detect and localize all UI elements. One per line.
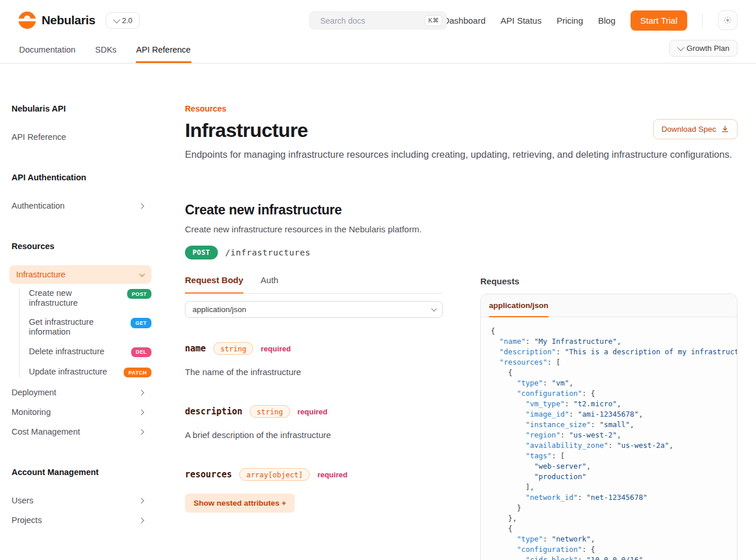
tab-api-reference[interactable]: API Reference	[136, 45, 191, 63]
request-tabs: Request Body Auth	[185, 275, 443, 294]
sidebar-heading: Nebularis API	[9, 104, 151, 113]
code-tab-application-json[interactable]: application/json	[489, 301, 549, 317]
sidebar-item-label: API Reference	[12, 132, 66, 142]
field-description-attr: description string required A brief desc…	[185, 405, 443, 440]
tab-sdks[interactable]: SDKs	[95, 45, 117, 63]
sidebar-item-label: Projects	[12, 516, 42, 525]
sidebar-section-account-management: Account Management Users Projects	[9, 468, 151, 529]
download-spec-label: Download Spec	[661, 125, 716, 133]
sidebar-item-label: Update infrastructure	[29, 367, 107, 377]
chevron-down-icon	[139, 271, 145, 277]
endpoint-path: /infrastructures	[225, 248, 311, 257]
request-example-panel: application/json { "name": "My Infrastru…	[480, 294, 738, 560]
method-badge-get: GET	[131, 318, 151, 328]
sidebar-item-monitoring[interactable]: Monitoring	[9, 403, 151, 421]
sidebar-item-label: Deployment	[12, 388, 56, 397]
sidebar-section-nebularis-api: Nebularis API API Reference	[9, 104, 151, 146]
chevron-down-icon	[431, 306, 437, 311]
field-name-label: description	[185, 406, 242, 417]
sidebar-heading: API Authentication	[9, 173, 151, 182]
sidebar-item-infrastructure[interactable]: Infrastructure	[9, 265, 151, 284]
page-title: Infrastructure	[185, 119, 308, 142]
field-type-badge: string	[213, 342, 253, 355]
chevron-right-icon	[139, 517, 144, 523]
sidebar: Nebularis API API Reference API Authenti…	[9, 104, 151, 556]
sidebar-item-label: Cost Management	[12, 427, 80, 436]
sidebar-item-deployment[interactable]: Deployment	[9, 383, 151, 402]
field-description: A brief description of the infrastructur…	[185, 430, 443, 440]
theme-toggle-button[interactable]	[718, 10, 738, 30]
sidebar-item-label: Monitoring	[12, 407, 51, 417]
chevron-down-icon	[677, 44, 684, 51]
sidebar-item-create-new-infrastructure[interactable]: Create new infrastructure POST	[29, 288, 151, 307]
endpoint-section: Create new infrastructure Create new inf…	[185, 202, 738, 560]
field-name-label: resources	[185, 469, 232, 480]
tab-documentation[interactable]: Documentation	[18, 45, 76, 63]
field-required-flag: required	[298, 407, 328, 416]
sidebar-heading: Account Management	[9, 468, 151, 477]
nebularis-logo-icon	[18, 12, 36, 29]
field-name: name string required The name of the inf…	[185, 342, 443, 377]
start-trial-button[interactable]: Start Trial	[631, 10, 687, 31]
sidebar-item-api-reference[interactable]: API Reference	[9, 128, 151, 146]
field-resources: resources array[object] required Show ne…	[185, 468, 443, 513]
version-selector[interactable]: 2.0	[106, 12, 140, 29]
method-badge-post: POST	[127, 289, 151, 299]
plan-selector[interactable]: Growth Plan	[669, 40, 738, 57]
sidebar-infrastructure-children: Create new infrastructure POST Get infra…	[19, 288, 151, 377]
header-divider	[702, 14, 703, 27]
sidebar-section-api-authentication: API Authentication Authentication	[9, 173, 151, 215]
tab-auth[interactable]: Auth	[261, 275, 279, 294]
method-badge-del: DEL	[131, 347, 151, 357]
download-spec-button[interactable]: Download Spec	[653, 119, 738, 139]
content-area: Nebularis API API Reference API Authenti…	[0, 64, 756, 560]
chevron-right-icon	[139, 390, 144, 395]
field-description: The name of the infrastructure	[185, 367, 443, 377]
breadcrumb[interactable]: Resources	[185, 104, 738, 113]
nav-link-blog[interactable]: Blog	[598, 16, 616, 25]
field-type-badge: string	[250, 405, 290, 418]
sidebar-item-label: Create new infrastructure	[29, 288, 116, 307]
nav-link-pricing[interactable]: Pricing	[557, 16, 583, 25]
field-name-label: name	[185, 343, 206, 354]
chevron-right-icon	[139, 203, 144, 209]
sidebar-item-label: Get infrastructure information	[29, 317, 116, 336]
page-description: Endpoints for managing infrastructure re…	[185, 149, 738, 160]
sidebar-item-update-infrastructure[interactable]: Update infrastructure PATCH	[29, 367, 151, 377]
show-nested-attributes-button[interactable]: Show nested attributes +	[185, 494, 295, 513]
top-nav: Dashboard API Status Pricing Blog Start …	[443, 10, 738, 31]
brand-logo[interactable]: Nebularis	[18, 12, 95, 29]
chevron-down-icon	[113, 16, 121, 23]
sidebar-item-cost-management[interactable]: Cost Management	[9, 422, 151, 441]
field-required-flag: required	[317, 470, 347, 479]
request-json-code[interactable]: { "name": "My Infrastructure", "descript…	[481, 317, 737, 560]
content-type-select[interactable]: application/json	[185, 301, 443, 318]
endpoint-title: Create new infrastructure	[185, 202, 738, 218]
endpoint-description: Create new infrastructure resources in t…	[185, 224, 738, 234]
content-type-value: application/json	[192, 305, 246, 314]
sidebar-item-users[interactable]: Users	[9, 491, 151, 510]
secondary-nav: Documentation SDKs API Reference Growth …	[0, 40, 756, 64]
nav-link-dashboard[interactable]: Dashboard	[443, 16, 486, 25]
sidebar-item-authentication[interactable]: Authentication	[9, 196, 151, 215]
sidebar-item-delete-infrastructure[interactable]: Delete infrastructure DEL	[29, 347, 151, 357]
chevron-right-icon	[139, 498, 144, 503]
field-required-flag: required	[261, 344, 291, 353]
search-bar[interactable]: K⌘	[309, 12, 447, 29]
sidebar-heading: Resources	[9, 242, 151, 251]
search-input[interactable]	[320, 16, 425, 25]
download-icon	[721, 125, 729, 133]
sidebar-item-get-infrastructure-information[interactable]: Get infrastructure information GET	[29, 317, 151, 336]
chevron-right-icon	[139, 409, 144, 415]
sidebar-item-label: Delete infrastructure	[29, 347, 105, 357]
sidebar-item-label: Authentication	[12, 201, 65, 210]
sidebar-item-projects[interactable]: Projects	[9, 511, 151, 529]
endpoint-method-badge: POST	[185, 246, 218, 259]
main-content: Resources Infrastructure Download Spec E…	[185, 104, 738, 560]
tab-request-body[interactable]: Request Body	[185, 275, 243, 294]
sun-icon	[723, 16, 732, 25]
sidebar-section-resources: Resources Infrastructure Create new infr…	[9, 242, 151, 441]
field-type-badge: array[object]	[239, 468, 310, 481]
nav-link-api-status[interactable]: API Status	[501, 16, 542, 25]
sidebar-item-label: Users	[12, 496, 34, 505]
